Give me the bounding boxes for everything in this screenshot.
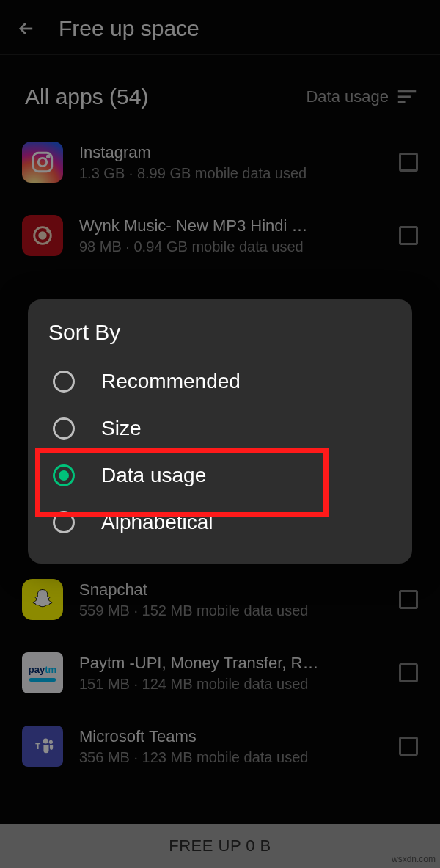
sort-option-size[interactable]: Size: [48, 405, 397, 452]
option-label: Alphabetical: [101, 511, 213, 534]
option-label: Data usage: [101, 464, 206, 487]
option-label: Size: [101, 417, 141, 440]
radio-icon: [53, 511, 75, 533]
dialog-title: Sort By: [48, 320, 397, 345]
sort-option-alphabetical[interactable]: Alphabetical: [48, 499, 397, 546]
radio-icon: [53, 417, 75, 440]
sort-by-dialog: Sort By Recommended Size Data usage Alph…: [28, 299, 412, 564]
option-label: Recommended: [101, 370, 241, 393]
sort-option-recommended[interactable]: Recommended: [48, 358, 397, 405]
sort-option-data-usage[interactable]: Data usage: [48, 452, 397, 499]
radio-icon: [53, 371, 75, 393]
radio-icon-selected: [53, 464, 75, 486]
